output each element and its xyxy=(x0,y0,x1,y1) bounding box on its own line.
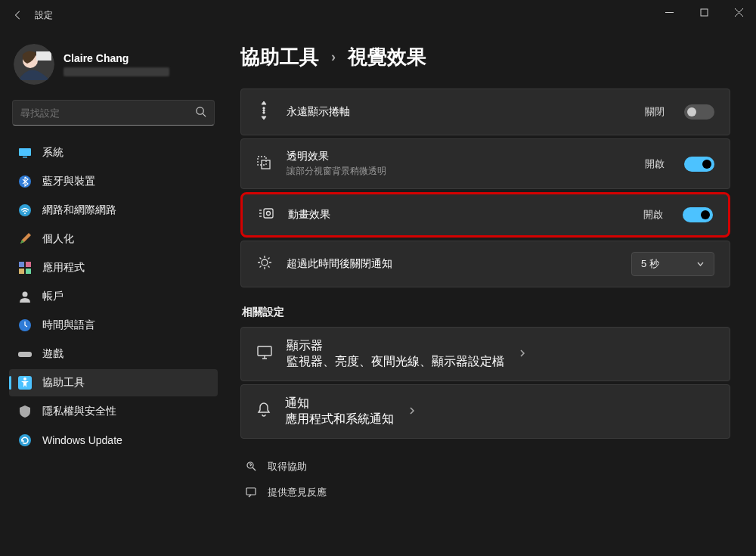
search-box[interactable] xyxy=(12,100,215,126)
brightness-icon xyxy=(256,254,273,274)
scrollbar-icon xyxy=(256,100,273,124)
setting-title: 動畫效果 xyxy=(288,208,630,222)
sidebar-item-windows-update[interactable]: Windows Update xyxy=(9,427,218,454)
setting-title: 永遠顯示捲軸 xyxy=(287,105,631,119)
feedback-link[interactable]: 提供意見反應 xyxy=(240,480,730,505)
chevron-right-icon xyxy=(518,347,527,361)
gamepad-icon xyxy=(18,347,32,361)
svg-point-28 xyxy=(247,462,253,468)
transparency-icon xyxy=(256,155,273,173)
minimize-button[interactable] xyxy=(652,0,686,24)
bell-icon xyxy=(256,402,271,421)
help-label: 取得協助 xyxy=(268,460,307,474)
nav-label: 應用程式 xyxy=(42,261,85,275)
sidebar-item-personalization[interactable]: 個人化 xyxy=(9,225,218,253)
svg-point-9 xyxy=(24,213,26,214)
svg-point-17 xyxy=(23,377,26,381)
svg-rect-11 xyxy=(26,262,31,267)
setting-notification-timeout[interactable]: 超過此時間後關閉通知 5 秒 xyxy=(240,241,730,287)
feedback-icon xyxy=(245,486,259,499)
related-settings-heading: 相關設定 xyxy=(242,306,730,319)
avatar xyxy=(14,44,54,85)
sidebar-item-gaming[interactable]: 遊戲 xyxy=(9,340,218,368)
scrollbar-toggle[interactable] xyxy=(684,104,714,120)
toggle-state: 關閉 xyxy=(645,105,665,119)
svg-point-21 xyxy=(263,112,265,113)
breadcrumb: 協助工具 › 視覺效果 xyxy=(240,44,730,70)
sidebar-item-system[interactable]: 系統 xyxy=(9,139,218,166)
brush-icon xyxy=(18,232,32,246)
nav-list: 系統 藍牙與裝置 網路和網際網路 個人化 應用程式 帳戶 xyxy=(9,139,218,454)
sidebar-item-time-language[interactable]: 時間與語言 xyxy=(9,312,218,339)
svg-point-19 xyxy=(263,107,265,109)
related-notifications[interactable]: 通知 應用程式和系統通知 xyxy=(240,384,730,439)
link-title: 通知 xyxy=(285,396,394,412)
setting-scrollbar[interactable]: 永遠顯示捲軸 關閉 xyxy=(240,89,730,135)
window-title: 設定 xyxy=(35,9,53,22)
chevron-right-icon xyxy=(407,405,417,418)
svg-rect-5 xyxy=(19,148,31,156)
chevron-down-icon xyxy=(696,259,705,270)
svg-point-18 xyxy=(19,434,31,446)
nav-label: 時間與語言 xyxy=(42,318,95,332)
wifi-icon xyxy=(18,203,32,217)
svg-rect-13 xyxy=(26,269,31,274)
monitor-icon xyxy=(256,345,273,363)
transparency-toggle[interactable] xyxy=(684,157,714,172)
back-button[interactable] xyxy=(6,3,30,27)
setting-title: 透明效果 xyxy=(287,150,631,163)
notification-timeout-dropdown[interactable]: 5 秒 xyxy=(631,252,714,276)
sidebar-item-accounts[interactable]: 帳戶 xyxy=(9,283,218,310)
user-name: Claire Chang xyxy=(64,52,169,64)
svg-rect-24 xyxy=(264,209,273,218)
sidebar-item-apps[interactable]: 應用程式 xyxy=(9,254,218,281)
setting-title: 超過此時間後關閉通知 xyxy=(287,257,618,271)
dropdown-value: 5 秒 xyxy=(641,257,659,271)
monitor-icon xyxy=(18,146,32,160)
sidebar-item-bluetooth[interactable]: 藍牙與裝置 xyxy=(9,168,218,195)
nav-label: 系統 xyxy=(42,146,64,160)
svg-point-4 xyxy=(197,107,203,113)
toggle-state: 開啟 xyxy=(645,157,665,171)
setting-animation[interactable]: 動畫效果 開啟 xyxy=(240,192,730,238)
title-bar: 設定 xyxy=(0,0,756,30)
help-icon xyxy=(245,461,259,473)
setting-transparency[interactable]: 透明效果 讓部分視窗背景稍微透明 開啟 xyxy=(240,138,730,189)
search-input[interactable] xyxy=(20,107,195,119)
svg-point-25 xyxy=(267,212,271,216)
update-icon xyxy=(18,433,32,447)
animation-toggle[interactable] xyxy=(683,207,713,222)
search-icon xyxy=(195,106,206,120)
nav-label: 隱私權與安全性 xyxy=(42,405,116,418)
sidebar-item-network[interactable]: 網路和網際網路 xyxy=(9,197,218,224)
svg-point-26 xyxy=(262,259,268,266)
clock-globe-icon xyxy=(18,318,32,332)
svg-rect-12 xyxy=(19,269,24,274)
feedback-label: 提供意見反應 xyxy=(268,486,327,499)
shield-icon xyxy=(18,405,32,418)
nav-label: 網路和網際網路 xyxy=(42,203,116,217)
nav-label: Windows Update xyxy=(42,434,122,446)
related-display[interactable]: 顯示器 監視器、亮度、夜間光線、顯示器設定檔 xyxy=(240,327,730,381)
grid-icon xyxy=(18,261,32,275)
svg-point-20 xyxy=(263,110,265,111)
breadcrumb-parent[interactable]: 協助工具 xyxy=(240,44,319,70)
svg-rect-27 xyxy=(258,346,271,356)
svg-rect-3 xyxy=(36,51,51,61)
person-icon xyxy=(18,290,32,303)
svg-rect-0 xyxy=(701,9,708,16)
get-help-link[interactable]: 取得協助 xyxy=(240,454,730,480)
close-button[interactable] xyxy=(721,0,756,24)
maximize-button[interactable] xyxy=(686,0,721,24)
svg-rect-6 xyxy=(23,157,27,158)
bluetooth-icon xyxy=(18,175,32,188)
nav-label: 遊戲 xyxy=(42,347,64,361)
nav-label: 個人化 xyxy=(42,232,74,246)
account-block[interactable]: Claire Chang xyxy=(9,38,218,97)
nav-label: 藍牙與裝置 xyxy=(42,175,95,188)
nav-label: 協助工具 xyxy=(42,376,85,390)
toggle-state: 開啟 xyxy=(643,208,663,222)
sidebar-item-privacy[interactable]: 隱私權與安全性 xyxy=(9,398,218,425)
sidebar-item-accessibility[interactable]: 協助工具 xyxy=(9,369,218,396)
user-handle-redacted xyxy=(64,67,169,76)
